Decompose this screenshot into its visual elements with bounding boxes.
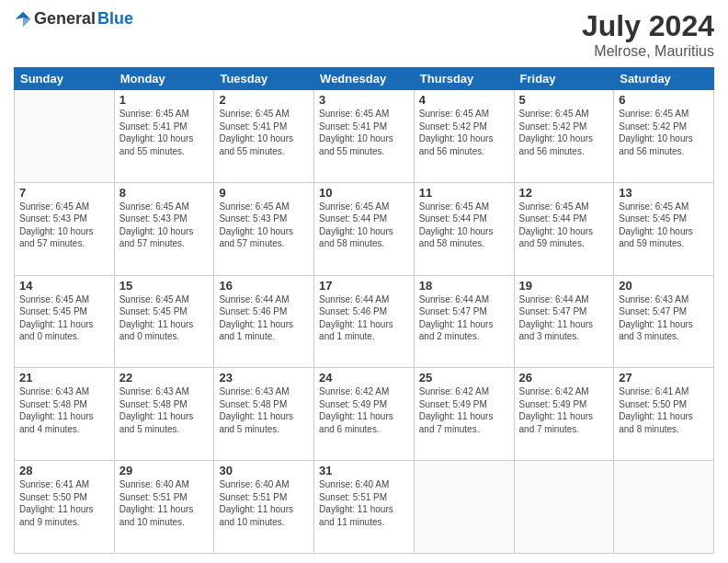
weekday-header-sunday: Sunday: [15, 68, 115, 90]
day-info: Sunrise: 6:45 AM Sunset: 5:44 PM Dayligh…: [419, 201, 509, 250]
day-number: 15: [119, 279, 210, 293]
weekday-header-row: SundayMondayTuesdayWednesdayThursdayFrid…: [15, 68, 714, 90]
calendar-cell: 11Sunrise: 6:45 AM Sunset: 5:44 PM Dayli…: [414, 182, 514, 275]
calendar-cell: 12Sunrise: 6:45 AM Sunset: 5:44 PM Dayli…: [514, 182, 614, 275]
day-info: Sunrise: 6:45 AM Sunset: 5:41 PM Dayligh…: [219, 108, 309, 157]
day-info: Sunrise: 6:45 AM Sunset: 5:41 PM Dayligh…: [319, 108, 409, 157]
day-info: Sunrise: 6:40 AM Sunset: 5:51 PM Dayligh…: [119, 478, 210, 528]
calendar-cell: 29Sunrise: 6:40 AM Sunset: 5:51 PM Dayli…: [114, 461, 214, 554]
day-number: 31: [319, 464, 409, 477]
calendar-week-5: 28Sunrise: 6:41 AM Sunset: 5:50 PM Dayli…: [15, 461, 714, 554]
day-info: Sunrise: 6:45 AM Sunset: 5:44 PM Dayligh…: [319, 201, 409, 250]
day-number: 7: [19, 186, 109, 200]
calendar-cell: 3Sunrise: 6:45 AM Sunset: 5:41 PM Daylig…: [314, 90, 415, 183]
day-info: Sunrise: 6:45 AM Sunset: 5:45 PM Dayligh…: [119, 293, 210, 343]
day-number: 10: [319, 186, 409, 200]
day-info: Sunrise: 6:45 AM Sunset: 5:43 PM Dayligh…: [219, 201, 309, 250]
weekday-header-thursday: Thursday: [414, 68, 514, 90]
calendar-cell: 15Sunrise: 6:45 AM Sunset: 5:45 PM Dayli…: [114, 275, 214, 368]
calendar-table: SundayMondayTuesdayWednesdayThursdayFrid…: [14, 67, 714, 554]
day-number: 22: [119, 371, 210, 385]
day-number: 11: [419, 186, 509, 200]
day-info: Sunrise: 6:41 AM Sunset: 5:50 PM Dayligh…: [19, 478, 109, 528]
calendar-week-1: 1Sunrise: 6:45 AM Sunset: 5:41 PM Daylig…: [15, 90, 714, 183]
logo-text-blue: Blue: [97, 9, 133, 29]
svg-marker-1: [23, 17, 30, 27]
calendar-cell: 13Sunrise: 6:45 AM Sunset: 5:45 PM Dayli…: [614, 182, 714, 275]
calendar-cell: 8Sunrise: 6:45 AM Sunset: 5:43 PM Daylig…: [114, 182, 214, 275]
day-number: 2: [219, 93, 309, 107]
calendar-cell: 14Sunrise: 6:45 AM Sunset: 5:45 PM Dayli…: [15, 275, 115, 368]
calendar-cell: 16Sunrise: 6:44 AM Sunset: 5:46 PM Dayli…: [214, 275, 314, 368]
day-number: 20: [619, 279, 709, 293]
day-info: Sunrise: 6:45 AM Sunset: 5:44 PM Dayligh…: [519, 201, 609, 250]
page: GeneralBlue July 2024 Melrose, Mauritius…: [0, 0, 728, 563]
calendar-cell: 18Sunrise: 6:44 AM Sunset: 5:47 PM Dayli…: [414, 275, 514, 368]
day-info: Sunrise: 6:45 AM Sunset: 5:45 PM Dayligh…: [619, 201, 709, 250]
calendar-cell: 19Sunrise: 6:44 AM Sunset: 5:47 PM Dayli…: [514, 275, 614, 368]
day-number: 3: [319, 93, 409, 107]
day-info: Sunrise: 6:45 AM Sunset: 5:45 PM Dayligh…: [19, 293, 109, 343]
month-title: July 2024: [582, 9, 714, 43]
day-number: 25: [419, 371, 509, 385]
day-number: 21: [19, 371, 109, 385]
day-info: Sunrise: 6:45 AM Sunset: 5:42 PM Dayligh…: [419, 108, 509, 157]
calendar-cell: 5Sunrise: 6:45 AM Sunset: 5:42 PM Daylig…: [514, 90, 614, 183]
calendar-week-2: 7Sunrise: 6:45 AM Sunset: 5:43 PM Daylig…: [15, 182, 714, 275]
calendar-cell: 1Sunrise: 6:45 AM Sunset: 5:41 PM Daylig…: [114, 90, 214, 183]
calendar-cell: 2Sunrise: 6:45 AM Sunset: 5:41 PM Daylig…: [214, 90, 314, 183]
day-info: Sunrise: 6:42 AM Sunset: 5:49 PM Dayligh…: [519, 385, 609, 435]
day-info: Sunrise: 6:43 AM Sunset: 5:48 PM Dayligh…: [119, 385, 210, 435]
day-info: Sunrise: 6:44 AM Sunset: 5:46 PM Dayligh…: [219, 293, 309, 343]
day-number: 5: [519, 93, 609, 107]
weekday-header-friday: Friday: [514, 68, 614, 90]
calendar-cell: [414, 461, 514, 554]
day-info: Sunrise: 6:43 AM Sunset: 5:48 PM Dayligh…: [219, 385, 309, 435]
day-number: 13: [619, 186, 709, 200]
calendar-cell: [15, 90, 115, 183]
day-number: 23: [219, 371, 309, 385]
day-info: Sunrise: 6:45 AM Sunset: 5:42 PM Dayligh…: [619, 108, 709, 157]
day-info: Sunrise: 6:45 AM Sunset: 5:43 PM Dayligh…: [119, 201, 210, 250]
day-number: 8: [119, 186, 210, 200]
weekday-header-tuesday: Tuesday: [214, 68, 314, 90]
location-title: Melrose, Mauritius: [582, 43, 714, 60]
day-number: 28: [19, 464, 109, 477]
day-info: Sunrise: 6:43 AM Sunset: 5:48 PM Dayligh…: [19, 385, 109, 435]
day-info: Sunrise: 6:42 AM Sunset: 5:49 PM Dayligh…: [419, 385, 509, 435]
day-number: 14: [19, 279, 109, 293]
day-number: 18: [419, 279, 509, 293]
day-info: Sunrise: 6:45 AM Sunset: 5:43 PM Dayligh…: [19, 201, 109, 250]
day-number: 29: [119, 464, 210, 477]
day-number: 30: [219, 464, 309, 477]
calendar-cell: 20Sunrise: 6:43 AM Sunset: 5:47 PM Dayli…: [614, 275, 714, 368]
weekday-header-wednesday: Wednesday: [314, 68, 415, 90]
day-info: Sunrise: 6:44 AM Sunset: 5:47 PM Dayligh…: [519, 293, 609, 343]
day-info: Sunrise: 6:43 AM Sunset: 5:47 PM Dayligh…: [619, 293, 709, 343]
calendar-cell: 9Sunrise: 6:45 AM Sunset: 5:43 PM Daylig…: [214, 182, 314, 275]
calendar-cell: 31Sunrise: 6:40 AM Sunset: 5:51 PM Dayli…: [314, 461, 415, 554]
weekday-header-monday: Monday: [114, 68, 214, 90]
day-number: 12: [519, 186, 609, 200]
calendar-cell: 27Sunrise: 6:41 AM Sunset: 5:50 PM Dayli…: [614, 368, 714, 461]
day-number: 16: [219, 279, 309, 293]
calendar-week-3: 14Sunrise: 6:45 AM Sunset: 5:45 PM Dayli…: [15, 275, 714, 368]
calendar-cell: 21Sunrise: 6:43 AM Sunset: 5:48 PM Dayli…: [15, 368, 115, 461]
calendar-cell: [614, 461, 714, 554]
calendar-cell: 30Sunrise: 6:40 AM Sunset: 5:51 PM Dayli…: [214, 461, 314, 554]
day-info: Sunrise: 6:44 AM Sunset: 5:46 PM Dayligh…: [319, 293, 409, 343]
calendar-cell: 10Sunrise: 6:45 AM Sunset: 5:44 PM Dayli…: [314, 182, 415, 275]
calendar-cell: 7Sunrise: 6:45 AM Sunset: 5:43 PM Daylig…: [15, 182, 115, 275]
calendar-cell: 24Sunrise: 6:42 AM Sunset: 5:49 PM Dayli…: [314, 368, 415, 461]
day-info: Sunrise: 6:44 AM Sunset: 5:47 PM Dayligh…: [419, 293, 509, 343]
calendar-week-4: 21Sunrise: 6:43 AM Sunset: 5:48 PM Dayli…: [15, 368, 714, 461]
day-number: 27: [619, 371, 709, 385]
weekday-header-saturday: Saturday: [614, 68, 714, 90]
logo-icon: [14, 10, 32, 29]
calendar-cell: 17Sunrise: 6:44 AM Sunset: 5:46 PM Dayli…: [314, 275, 415, 368]
day-number: 26: [519, 371, 609, 385]
logo: GeneralBlue: [14, 9, 133, 29]
day-number: 6: [619, 93, 709, 107]
calendar-cell: 22Sunrise: 6:43 AM Sunset: 5:48 PM Dayli…: [114, 368, 214, 461]
day-info: Sunrise: 6:40 AM Sunset: 5:51 PM Dayligh…: [319, 478, 409, 528]
